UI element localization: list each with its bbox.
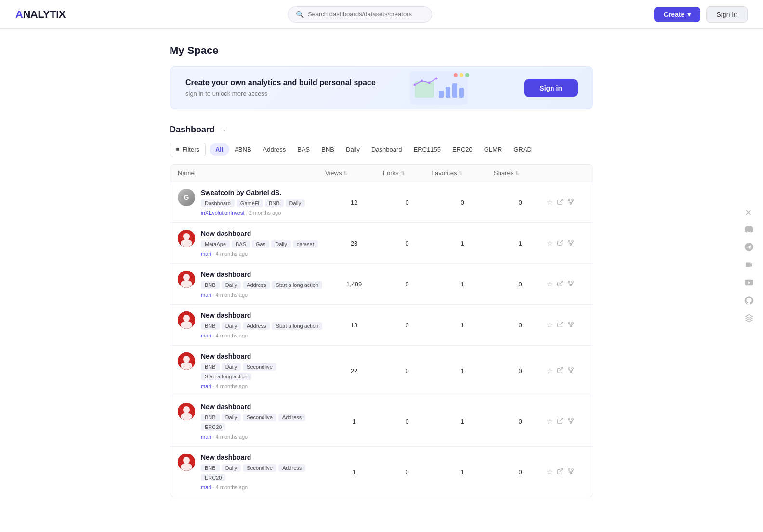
row-tags: MetaApeBASGasDailydataset bbox=[201, 240, 318, 248]
row-name[interactable]: New dashboard bbox=[201, 352, 325, 360]
col-name: Name bbox=[178, 169, 325, 177]
tag: Address bbox=[243, 322, 270, 330]
filter-tag-bnb[interactable]: BNB bbox=[316, 143, 340, 156]
tag: Daily bbox=[286, 199, 305, 207]
row-info: New dashboard BNBDailySecondliveAddressE… bbox=[178, 403, 325, 440]
row-name[interactable]: New dashboard bbox=[201, 271, 322, 278]
star-icon[interactable]: ☆ bbox=[547, 367, 553, 375]
filter-tag-erc20[interactable]: ERC20 bbox=[447, 143, 478, 156]
header-right: Create ▾ Sign In bbox=[654, 6, 748, 23]
star-icon[interactable]: ☆ bbox=[547, 321, 553, 329]
star-icon[interactable]: ☆ bbox=[547, 468, 553, 476]
row-actions: ☆ bbox=[547, 321, 585, 329]
cell-shares: 0 bbox=[494, 468, 547, 476]
cell-views: 12 bbox=[325, 199, 383, 206]
cell-views: 1 bbox=[325, 418, 383, 425]
github-icon[interactable] bbox=[745, 296, 753, 307]
search-input[interactable] bbox=[308, 11, 424, 18]
row-author: mari · 4 months ago bbox=[201, 292, 322, 298]
row-author: inXEvolutionInvest · 2 months ago bbox=[201, 210, 305, 216]
telegram-icon[interactable] bbox=[745, 243, 753, 254]
star-icon[interactable]: ☆ bbox=[547, 239, 553, 247]
row-name[interactable]: Sweatcoin by Gabriel dS. bbox=[201, 189, 305, 196]
share-icon[interactable] bbox=[557, 280, 564, 288]
row-actions: ☆ bbox=[547, 280, 585, 288]
filter-tag-daily[interactable]: Daily bbox=[340, 143, 366, 156]
author-link[interactable]: mari bbox=[201, 484, 211, 490]
svg-rect-3 bbox=[446, 87, 450, 98]
x-icon[interactable]: ✕ bbox=[745, 208, 753, 218]
header: ANALYTIX 🔍 Create ▾ Sign In bbox=[0, 0, 763, 29]
row-details: New dashboard BNBDailyAddressStart a lon… bbox=[201, 271, 322, 298]
share-icon[interactable] bbox=[557, 321, 564, 329]
filter-tag-grad[interactable]: GRAD bbox=[508, 143, 538, 156]
tag: MetaApe bbox=[201, 240, 230, 248]
row-name[interactable]: New dashboard bbox=[201, 311, 322, 319]
row-actions: ☆ bbox=[547, 468, 585, 476]
share-icon[interactable] bbox=[557, 198, 564, 207]
layers-icon[interactable] bbox=[745, 314, 753, 325]
row-name[interactable]: New dashboard bbox=[201, 403, 325, 411]
row-details: New dashboard BNBDailySecondliveStart a … bbox=[201, 352, 325, 389]
fork-icon[interactable] bbox=[567, 280, 574, 288]
discord-icon[interactable] bbox=[745, 225, 753, 236]
svg-point-47 bbox=[568, 367, 570, 369]
cell-shares: 1 bbox=[494, 240, 547, 247]
row-author: mari · 4 months ago bbox=[201, 251, 318, 257]
tag: Daily bbox=[271, 240, 290, 248]
filter-tag-address[interactable]: Address bbox=[257, 143, 292, 156]
search-bar: 🔍 bbox=[288, 6, 432, 23]
tag: BNB bbox=[201, 414, 220, 421]
row-details: New dashboard BNBDailySecondliveAddressE… bbox=[201, 403, 325, 440]
row-info: New dashboard MetaApeBASGasDailydataset … bbox=[178, 230, 325, 257]
star-icon[interactable]: ☆ bbox=[547, 280, 553, 288]
filter-tag-dashboard[interactable]: Dashboard bbox=[366, 143, 408, 156]
share-icon[interactable] bbox=[557, 367, 564, 375]
share-icon[interactable] bbox=[557, 468, 564, 476]
video-icon[interactable] bbox=[745, 260, 753, 272]
author-link[interactable]: mari bbox=[201, 292, 211, 298]
fork-icon[interactable] bbox=[567, 417, 574, 426]
filter-tags: All#BNBAddressBASBNBDailyDashboardERC115… bbox=[210, 143, 538, 156]
fork-icon[interactable] bbox=[567, 367, 574, 375]
author-link[interactable]: mari bbox=[201, 251, 211, 257]
row-info: New dashboard BNBDailyAddressStart a lon… bbox=[178, 271, 325, 298]
share-icon[interactable] bbox=[557, 239, 564, 247]
header-signin-button[interactable]: Sign In bbox=[706, 6, 748, 23]
logo-rest: NALYTIX bbox=[23, 8, 66, 20]
star-icon[interactable]: ☆ bbox=[547, 198, 553, 206]
fork-icon[interactable] bbox=[567, 198, 574, 207]
author-link[interactable]: mari bbox=[201, 434, 211, 440]
row-author: mari · 4 months ago bbox=[201, 383, 325, 389]
youtube-icon[interactable] bbox=[745, 278, 753, 289]
tag: Secondlive bbox=[243, 464, 276, 472]
svg-point-43 bbox=[183, 356, 190, 363]
tag: Address bbox=[243, 281, 270, 289]
svg-point-23 bbox=[568, 240, 570, 242]
filters-button[interactable]: ≡ Filters bbox=[170, 143, 206, 156]
author-link[interactable]: inXEvolutionInvest bbox=[201, 210, 245, 216]
share-icon[interactable] bbox=[557, 417, 564, 426]
filter-tag-glmr[interactable]: GLMR bbox=[478, 143, 508, 156]
row-tags: BNBDailySecondliveAddressERC20 bbox=[201, 414, 325, 431]
author-link[interactable]: mari bbox=[201, 333, 211, 338]
filter-tag-erc1155[interactable]: ERC1155 bbox=[408, 143, 447, 156]
banner-signin-button[interactable]: Sign in bbox=[524, 79, 578, 97]
col-forks: Forks ⇅ bbox=[383, 169, 431, 177]
author-link[interactable]: mari bbox=[201, 383, 211, 389]
banner-subtitle: sign in to unlock more access bbox=[185, 90, 376, 97]
row-name[interactable]: New dashboard bbox=[201, 454, 325, 461]
cell-forks: 0 bbox=[383, 418, 431, 425]
row-name[interactable]: New dashboard bbox=[201, 230, 318, 237]
fork-icon[interactable] bbox=[567, 468, 574, 476]
fork-icon[interactable] bbox=[567, 239, 574, 247]
tag: BNB bbox=[201, 464, 220, 472]
filter-tag-hashbnb[interactable]: #BNB bbox=[229, 143, 257, 156]
star-icon[interactable]: ☆ bbox=[547, 417, 553, 425]
fork-icon[interactable] bbox=[567, 321, 574, 329]
row-details: New dashboard MetaApeBASGasDailydataset … bbox=[201, 230, 318, 257]
create-button[interactable]: Create ▾ bbox=[654, 7, 701, 22]
svg-point-52 bbox=[181, 413, 192, 420]
filter-tag-all[interactable]: All bbox=[210, 143, 229, 156]
filter-tag-bas[interactable]: BAS bbox=[291, 143, 316, 156]
